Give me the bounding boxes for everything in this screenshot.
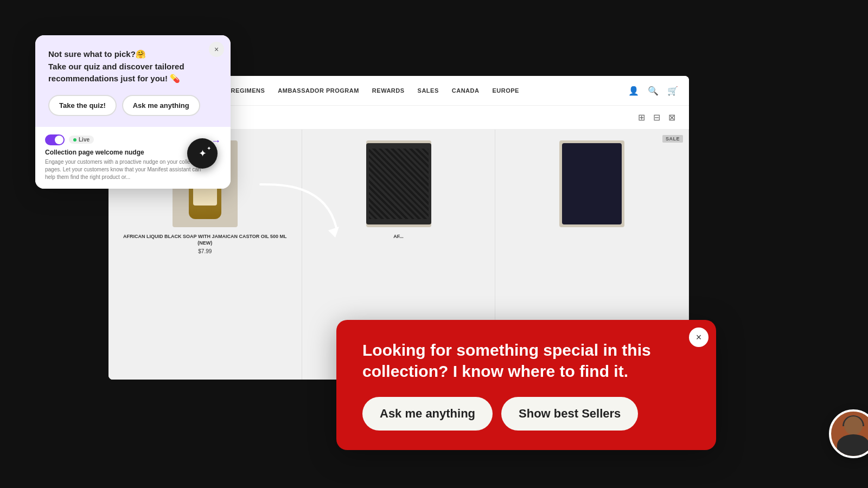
grid-medium-icon[interactable]: ⊟ <box>650 111 663 124</box>
grid-view-icons: ⊞ ⊟ ⊠ <box>635 111 678 124</box>
take-quiz-button[interactable]: Take the quiz! <box>48 95 117 116</box>
nav-item-ambassador[interactable]: AMBASSADOR PROGRAM <box>278 87 359 94</box>
avatar-figure <box>834 415 868 456</box>
nav-item-canada[interactable]: CANADA <box>452 87 480 94</box>
quiz-bottom-left: Live Collection page welcome nudge Engag… <box>45 134 205 181</box>
live-dot <box>73 138 76 142</box>
product-image-2 <box>366 140 431 227</box>
arrow-decoration <box>250 174 347 244</box>
grid-small-icon[interactable]: ⊠ <box>665 111 678 124</box>
quiz-toggle-area: Live <box>45 134 205 145</box>
product-image-3 <box>559 140 624 227</box>
quiz-description-title: Collection page welcome nudge <box>45 149 205 156</box>
account-icon[interactable]: 👤 <box>628 85 639 96</box>
quiz-action-buttons: Take the quiz! Ask me anything <box>48 95 218 116</box>
cart-icon[interactable]: 🛒 <box>667 85 678 96</box>
live-badge: Live <box>69 136 94 144</box>
grid-large-icon[interactable]: ⊞ <box>635 111 648 124</box>
nav-item-regimens[interactable]: REGIMENS <box>231 87 265 94</box>
nav-item-europe[interactable]: EUROPE <box>492 87 519 94</box>
product-price-1: $7.99 <box>198 248 212 254</box>
nav-item-rewards[interactable]: REWARDS <box>372 87 405 94</box>
product-box2-visual <box>562 143 622 224</box>
nav-icons: 👤 🔍 🛒 <box>628 85 678 96</box>
nudge-action-buttons: Ask me anything Show best Sellers <box>362 397 694 431</box>
quiz-close-button[interactable]: × <box>209 42 224 57</box>
sparkle-icon <box>199 147 207 159</box>
nudge-close-button[interactable]: × <box>689 328 709 347</box>
ask-anything-button-popup[interactable]: Ask me anything <box>122 95 200 116</box>
avatar-head <box>844 416 863 435</box>
quiz-message: Not sure what to pick?🤗 Take our quiz an… <box>48 48 218 85</box>
product-name-2: AF... <box>393 234 404 240</box>
avatar-body <box>837 434 868 456</box>
live-toggle[interactable] <box>45 134 65 145</box>
quiz-description-text: Engage your customers with a proactive n… <box>45 158 205 181</box>
nudge-message: Looking for something special in this co… <box>362 339 694 382</box>
fab-button[interactable] <box>187 138 218 169</box>
quiz-title-line2: Take our quiz and discover tailored reco… <box>48 62 184 84</box>
product-box-visual <box>366 143 431 224</box>
quiz-content-area: Not sure what to pick?🤗 Take our quiz an… <box>35 35 231 127</box>
quiz-title-line1: Not sure what to pick?🤗 <box>48 49 146 59</box>
nudge-ask-anything-button[interactable]: Ask me anything <box>362 397 493 431</box>
live-label: Live <box>79 137 90 143</box>
sale-badge: SALE <box>662 135 683 143</box>
search-icon[interactable]: 🔍 <box>648 85 659 96</box>
nav-item-sales[interactable]: SALES <box>418 87 439 94</box>
toggle-knob <box>55 136 63 144</box>
agent-avatar <box>829 409 868 458</box>
nudge-card: × Looking for something special in this … <box>336 320 716 450</box>
svg-marker-0 <box>328 227 339 237</box>
nudge-show-sellers-button[interactable]: Show best Sellers <box>501 397 638 431</box>
